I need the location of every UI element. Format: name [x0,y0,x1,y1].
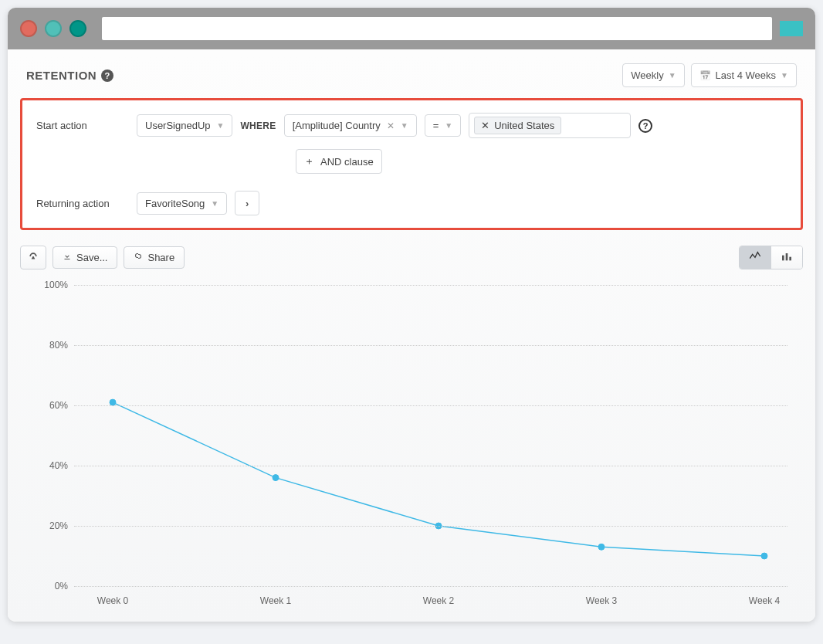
expand-returning-action-button[interactable]: › [235,191,259,215]
y-axis-tick: 80% [43,340,68,351]
chevron-down-icon: ▼ [401,121,408,130]
where-label: WHERE [240,120,276,131]
svg-rect-2 [789,257,791,261]
data-point[interactable] [598,544,605,550]
retention-chart: 0%20%40%60%80%100%Week 0Week 1Week 2Week… [20,277,803,609]
app-body: RETENTION ? Weekly ▼ Last 4 Weeks ▼ Star… [8,49,815,622]
bar-chart-icon [781,251,793,264]
chevron-right-icon: › [246,198,249,209]
plus-icon: ＋ [304,154,314,168]
data-point[interactable] [273,475,279,481]
chevron-down-icon: ▼ [445,121,452,130]
granularity-select[interactable]: Weekly ▼ [622,63,684,87]
chevron-down-icon: ▼ [781,71,788,80]
grid-line [74,345,787,346]
help-icon[interactable]: ? [101,69,113,82]
y-axis-tick: 0% [43,581,68,591]
returning-action-value: FavoriteSong [145,198,205,209]
grid-line [74,285,787,286]
filter-value-text: United States [494,120,554,131]
grid-line [74,526,787,527]
property-select[interactable]: [Amplitude] Country ✕ ▼ [284,114,417,137]
date-range-select[interactable]: Last 4 Weeks ▼ [691,63,797,87]
chevron-down-icon: ▼ [217,121,225,130]
x-axis-tick: Week 0 [97,595,128,606]
download-icon [63,252,72,263]
operator-select[interactable]: = ▼ [425,114,462,137]
window-close-button[interactable] [20,20,37,37]
operator-value: = [433,120,439,131]
dashboard-button[interactable] [20,246,46,269]
bar-chart-toggle[interactable] [771,246,802,269]
page-header: RETENTION ? Weekly ▼ Last 4 Weeks ▼ [20,49,803,98]
y-axis-tick: 20% [43,520,68,531]
and-clause-label: AND clause [320,156,374,168]
grid-line [74,405,787,406]
share-button[interactable]: Share [124,246,185,269]
save-button[interactable]: Save... [52,246,117,269]
returning-action-select[interactable]: FavoriteSong ▼ [137,192,227,215]
window-minimize-button[interactable] [45,20,62,37]
filter-value-tag: ✕ United States [474,117,561,134]
add-and-clause-button[interactable]: ＋ AND clause [296,149,382,174]
url-bar[interactable] [102,17,772,40]
and-clause-row: ＋ AND clause [296,149,787,174]
start-action-value: UserSignedUp [145,120,211,131]
chevron-down-icon: ▼ [211,199,218,208]
page-title: RETENTION ? [26,69,113,82]
retention-line [113,402,764,556]
y-axis-tick: 40% [43,460,68,471]
granularity-value: Weekly [631,69,663,81]
start-action-row: Start action UserSignedUp ▼ WHERE [Ampli… [36,113,787,138]
share-icon [134,252,143,263]
browser-frame: RETENTION ? Weekly ▼ Last 4 Weeks ▼ Star… [8,8,815,622]
grid-line [74,586,787,587]
y-axis-tick: 60% [43,400,68,411]
line-chart-icon [749,251,761,264]
property-value: [Amplitude] Country [293,120,381,131]
filter-value-input[interactable]: ✕ United States [469,113,631,138]
start-action-select[interactable]: UserSignedUp ▼ [137,114,232,137]
data-point[interactable] [761,553,767,559]
dashboard-icon [28,251,39,264]
page-title-text: RETENTION [26,69,97,82]
data-point[interactable] [110,399,116,405]
date-range-value: Last 4 Weeks [716,69,777,81]
query-definition-box: Start action UserSignedUp ▼ WHERE [Ampli… [20,98,803,230]
chart-toolbar: Save... Share [20,246,803,269]
x-axis-tick: Week 1 [260,595,291,606]
chevron-down-icon: ▼ [669,71,676,80]
svg-rect-1 [786,253,788,260]
remove-tag-icon[interactable]: ✕ [481,120,489,131]
chart-svg [74,285,787,586]
share-label: Share [147,252,174,263]
help-icon[interactable]: ? [638,119,652,133]
browser-action-button[interactable] [780,21,803,36]
chart-type-toggle [739,246,803,269]
save-label: Save... [76,252,107,263]
y-axis-tick: 100% [43,280,68,290]
line-chart-toggle[interactable] [740,246,771,269]
returning-action-label: Returning action [36,198,129,209]
x-axis-tick: Week 3 [586,595,617,606]
window-maximize-button[interactable] [69,20,86,37]
clear-property-icon[interactable]: ✕ [387,120,395,131]
calendar-icon [699,69,711,81]
grid-line [74,466,787,466]
browser-titlebar [8,8,815,49]
svg-rect-0 [782,256,784,261]
start-action-label: Start action [36,120,129,131]
x-axis-tick: Week 4 [749,595,780,606]
header-controls: Weekly ▼ Last 4 Weeks ▼ [622,63,797,87]
returning-action-row: Returning action FavoriteSong ▼ › [36,191,787,215]
x-axis-tick: Week 2 [423,595,454,606]
